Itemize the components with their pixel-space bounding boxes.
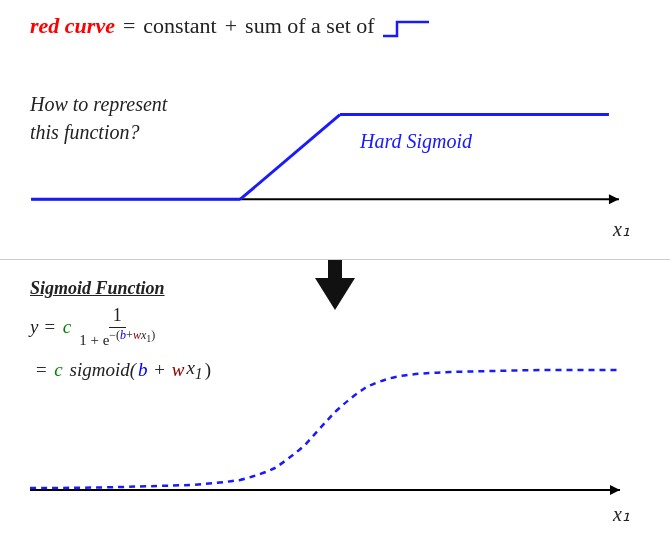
line2-equals: = (30, 359, 52, 381)
c-var2: c (54, 359, 62, 381)
top-equation: red curve = constant + sum of a set of (30, 12, 429, 40)
numerator: 1 (109, 304, 126, 328)
represent-line1: How to represent (30, 90, 167, 118)
svg-rect-6 (328, 260, 342, 282)
x1-axis-label-bottom: x₁ (613, 502, 630, 526)
y-equals: y = (30, 316, 61, 338)
top-section: red curve = constant + sum of a set of H… (0, 0, 670, 260)
eq-equals: = (123, 13, 135, 39)
fraction: 1 1 + e−(b+wx1) (73, 304, 161, 351)
step-function-icon (383, 14, 429, 42)
close-paren: ) (205, 359, 211, 381)
arrow-down-container (310, 258, 360, 308)
eq-constant: constant (143, 13, 216, 39)
svg-marker-1 (609, 194, 619, 204)
svg-marker-5 (315, 278, 355, 310)
svg-line-3 (240, 115, 340, 200)
arrow-down-icon (310, 258, 360, 310)
formula-line2: = c sigmoid( b + w x1 ) (30, 357, 211, 383)
x1-axis-label-top: x₁ (613, 217, 630, 241)
svg-marker-8 (610, 485, 620, 495)
red-curve-label: red curve (30, 13, 115, 39)
plus-sign: + (150, 359, 170, 381)
represent-text: How to represent this function? (30, 90, 167, 146)
c-var: c (63, 316, 71, 338)
denominator: 1 + e−(b+wx1) (75, 328, 159, 351)
formula-container: y = c 1 1 + e−(b+wx1) = c sigmoid( b + w… (30, 304, 211, 383)
sigmoid-title: Sigmoid Function (30, 278, 165, 299)
represent-line2: this function? (30, 118, 167, 146)
b-var: b (138, 359, 148, 381)
sigmoid-func: sigmoid( (65, 359, 136, 381)
eq-sum: sum of a set of (245, 13, 375, 39)
w-var: w (172, 359, 185, 381)
eq-plus: + (225, 13, 237, 39)
formula-line1: y = c 1 1 + e−(b+wx1) (30, 304, 211, 351)
x1-var: x1 (186, 357, 202, 383)
hard-sigmoid-label: Hard Sigmoid (360, 130, 472, 153)
